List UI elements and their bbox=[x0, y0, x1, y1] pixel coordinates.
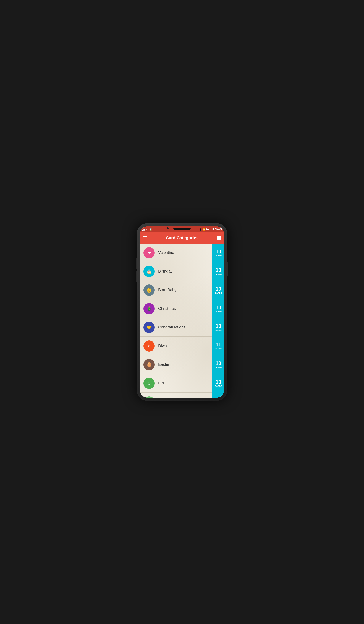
grid-view-button[interactable] bbox=[217, 236, 221, 240]
status-right: 📱 📶 11:53 AM bbox=[199, 228, 222, 231]
born-baby-count-label: CARDS bbox=[215, 292, 222, 294]
easter-count-badge: 10 CARDS bbox=[212, 355, 224, 374]
valentine-count-badge: 10 CARDS bbox=[212, 244, 224, 262]
speaker-notch bbox=[173, 228, 191, 230]
christmas-count-number: 10 bbox=[216, 305, 221, 310]
eid-icon: ☪ bbox=[143, 378, 155, 389]
battery-icon bbox=[207, 228, 210, 230]
birthday-icon: 🎂 bbox=[143, 266, 155, 277]
volume-down-button[interactable] bbox=[136, 271, 136, 282]
list-item-eid[interactable]: ☪ Eid 10 CARDS bbox=[140, 374, 224, 393]
christmas-count-label: CARDS bbox=[215, 311, 222, 313]
enviroment-count-badge: 10 CARDS bbox=[212, 393, 224, 398]
app-bar: Card Categories bbox=[140, 232, 224, 244]
list-item-easter[interactable]: 🥚 Easter 10 CARDS bbox=[140, 355, 224, 374]
congratulations-count-number: 10 bbox=[216, 323, 221, 329]
valentine-icon: ❤ bbox=[143, 247, 155, 259]
diwali-count-badge: 11 CARDS bbox=[212, 337, 224, 355]
diwali-count-number: 11 bbox=[216, 342, 221, 347]
enviroment-icon: 🌱 bbox=[143, 396, 155, 398]
eid-count-number: 10 bbox=[216, 379, 221, 385]
categories-list: ❤ Valentine 10 CARDS 🎂 Birthday 10 CARDS… bbox=[140, 244, 224, 398]
front-camera bbox=[167, 228, 169, 229]
signal-icon bbox=[142, 228, 145, 231]
birthday-label: Birthday bbox=[158, 269, 212, 274]
list-item-christmas[interactable]: 🎄 Christmas 10 CARDS bbox=[140, 299, 224, 318]
easter-count-label: CARDS bbox=[215, 366, 222, 368]
valentine-count-number: 10 bbox=[216, 249, 221, 254]
birthday-count-label: CARDS bbox=[215, 273, 222, 275]
status-left: ✉ 📋 bbox=[142, 228, 152, 231]
easter-label: Easter bbox=[158, 362, 212, 367]
eid-label: Eid bbox=[158, 381, 212, 386]
christmas-count-badge: 10 CARDS bbox=[212, 299, 224, 318]
born-baby-count-number: 10 bbox=[216, 286, 221, 291]
time-display: 11:53 AM bbox=[211, 228, 222, 231]
diwali-count-label: CARDS bbox=[215, 348, 222, 350]
list-item-enviroment[interactable]: 🌱 Enviroment 10 CARDS bbox=[140, 393, 224, 398]
phone-device: ✉ 📋 📱 📶 11:53 AM Card Categories bbox=[136, 223, 228, 401]
congratulations-count-badge: 10 CARDS bbox=[212, 318, 224, 337]
gmail-icon: ✉ bbox=[146, 228, 148, 231]
eid-count-badge: 10 CARDS bbox=[212, 374, 224, 393]
born-baby-icon: 👶 bbox=[143, 285, 155, 296]
birthday-count-badge: 10 CARDS bbox=[212, 262, 224, 281]
power-button[interactable] bbox=[228, 262, 228, 276]
christmas-label: Christmas bbox=[158, 306, 212, 311]
app-title: Card Categories bbox=[166, 235, 199, 240]
phone-screen: ✉ 📋 📱 📶 11:53 AM Card Categories bbox=[140, 226, 224, 398]
list-item-valentine[interactable]: ❤ Valentine 10 CARDS bbox=[140, 244, 224, 262]
diwali-icon: ✳ bbox=[143, 340, 155, 352]
congratulations-icon: 🤝 bbox=[143, 322, 155, 333]
list-item-birthday[interactable]: 🎂 Birthday 10 CARDS bbox=[140, 262, 224, 281]
easter-icon: 🥚 bbox=[143, 359, 155, 370]
birthday-count-number: 10 bbox=[216, 268, 221, 273]
menu-button[interactable] bbox=[143, 236, 147, 239]
list-item-born-baby[interactable]: 👶 Born Baby 10 CARDS bbox=[140, 281, 224, 299]
easter-count-number: 10 bbox=[216, 361, 221, 366]
phone-rotate-icon: 📱 bbox=[199, 228, 202, 231]
congratulations-label: Congratulations bbox=[158, 325, 212, 330]
valentine-count-label: CARDS bbox=[215, 255, 222, 257]
eid-count-label: CARDS bbox=[215, 385, 222, 387]
valentine-label: Valentine bbox=[158, 251, 212, 255]
wifi-icon: 📶 bbox=[203, 228, 206, 231]
born-baby-count-badge: 10 CARDS bbox=[212, 281, 224, 299]
diwali-label: Diwali bbox=[158, 344, 212, 348]
notification-icon: 📋 bbox=[149, 228, 152, 231]
list-item-diwali[interactable]: ✳ Diwali 11 CARDS bbox=[140, 337, 224, 355]
list-item-congratulations[interactable]: 🤝 Congratulations 10 CARDS bbox=[140, 318, 224, 337]
volume-up-button[interactable] bbox=[136, 258, 136, 269]
born-baby-label: Born Baby bbox=[158, 288, 212, 292]
congratulations-count-label: CARDS bbox=[215, 329, 222, 331]
christmas-icon: 🎄 bbox=[143, 303, 155, 314]
